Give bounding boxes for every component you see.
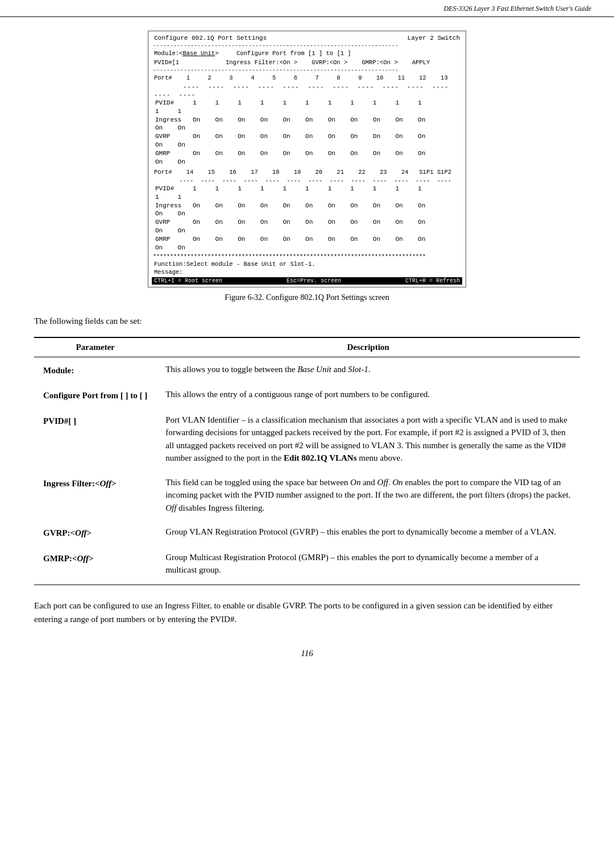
table-row: Module: This allows you to toggle betwee… [34, 357, 580, 382]
terminal-status-bar: CTRL+I = Root screen Esc=Prev. screen CT… [152, 277, 462, 285]
page-header: DES-3326 Layer 3 Fast Ethernet Switch Us… [0, 0, 614, 17]
figure-caption: Figure 6-32. Configure 802.1Q Port Setti… [34, 293, 580, 302]
table-row: Ingress Filter:<Off> This field can be t… [34, 470, 580, 520]
intro-text: The following fields can be set: [34, 315, 580, 328]
terminal-gmrp-row-2: GMRP On On On On On On On On On On On On… [154, 235, 460, 252]
terminal-status-left: CTRL+I = Root screen [154, 278, 222, 284]
terminal-pvid-row-2: PVID# 1 1 1 1 1 1 1 1 1 1 1 1 1 [154, 185, 460, 202]
terminal-title-row: Configure 802.1Q Port Settings Layer 2 S… [152, 34, 462, 43]
desc-module: This allows you to toggle between the Ba… [156, 357, 580, 382]
desc-configure-port: This allows the entry of a contiguous ra… [156, 382, 580, 408]
desc-ingress: This field can be toggled using the spac… [156, 470, 580, 520]
terminal-data-section-1: PVID# 1 1 1 1 1 1 1 1 1 1 1 1 1 Ingress … [152, 99, 462, 166]
main-content: Configure 802.1Q Port Settings Layer 2 S… [0, 17, 614, 681]
terminal-gmrp-row-1: GMRP On On On On On On On On On On On On… [154, 149, 460, 166]
terminal-port-header-2: Port# 14 15 16 17 18 19 20 21 22 23 24 S… [152, 166, 462, 177]
param-pvid: PVID#[ ] [34, 408, 156, 470]
table-header-desc: Description [156, 337, 580, 357]
page-number: 116 [34, 649, 580, 658]
terminal-message: Message: [152, 268, 462, 276]
terminal-title-left: Configure 802.1Q Port Settings [154, 35, 267, 41]
bottom-text: Each port can be configured to use an In… [34, 599, 580, 626]
desc-pvid: Port VLAN Identifier – is a classificati… [156, 408, 580, 470]
table-header-param: Parameter [34, 337, 156, 357]
table-row: PVID#[ ] Port VLAN Identifier – is a cla… [34, 408, 580, 470]
terminal-dashes-row-2: ---- ---- ---- ---- ---- ---- ---- ---- … [152, 177, 462, 185]
param-gvrp: GVRP:<Off> [34, 520, 156, 545]
param-module: Module: [34, 357, 156, 382]
terminal-box: Configure 802.1Q Port Settings Layer 2 S… [148, 31, 466, 287]
terminal-asterisks: ****************************************… [152, 254, 462, 260]
terminal-port-header-1: Port# 1 2 3 4 5 6 7 8 9 10 11 12 13 [152, 73, 462, 82]
terminal-data-section-2: PVID# 1 1 1 1 1 1 1 1 1 1 1 1 1 Ingress … [152, 185, 462, 252]
param-ingress: Ingress Filter:<Off> [34, 470, 156, 520]
terminal-ingress-row-1: Ingress On On On On On On On On On On On… [154, 116, 460, 133]
terminal-top-separator: ----------------------------------------… [152, 43, 462, 49]
terminal-status-right: CTRL+R = Refresh [405, 278, 460, 284]
terminal-title-right: Layer 2 Switch [408, 35, 460, 41]
terminal-dashes-row-1: ---- ---- ---- ---- ---- ---- ---- ---- … [152, 83, 462, 99]
param-gmrp: GMRP:<Off> [34, 545, 156, 585]
table-row: Configure Port from [ ] to [ ] This allo… [34, 382, 580, 408]
terminal-pvid-line: PVID#[1 Ingress Filter:<On > GVRP:<On > … [152, 58, 462, 67]
param-table: Parameter Description Module: This allow… [34, 337, 580, 585]
terminal-status-mid: Esc=Prev. screen [287, 278, 341, 284]
page-container: DES-3326 Layer 3 Fast Ethernet Switch Us… [0, 0, 614, 868]
terminal-gvrp-row-2: GVRP On On On On On On On On On On On On… [154, 218, 460, 235]
table-row: GVRP:<Off> Group VLAN Registration Proto… [34, 520, 580, 545]
param-configure-port: Configure Port from [ ] to [ ] [34, 382, 156, 408]
terminal-pvid-row-1: PVID# 1 1 1 1 1 1 1 1 1 1 1 1 1 [154, 99, 460, 116]
header-text: DES-3326 Layer 3 Fast Ethernet Switch Us… [443, 5, 591, 12]
table-row: GMRP:<Off> Group Multicast Registration … [34, 545, 580, 585]
desc-gmrp: Group Multicast Registration Protocol (G… [156, 545, 580, 585]
terminal-separator-2: ----------------------------------------… [152, 67, 462, 73]
terminal-function-text: Function:Select module - Base Unit or Sl… [152, 260, 462, 268]
desc-gvrp: Group VLAN Registration Protocol (GVRP) … [156, 520, 580, 545]
table-header-row: Parameter Description [34, 337, 580, 357]
terminal-config-line: Module:<Base Unit> Configure Port from [… [152, 49, 462, 58]
terminal-gvrp-row-1: GVRP On On On On On On On On On On On On… [154, 132, 460, 149]
terminal-ingress-row-2: Ingress On On On On On On On On On On On… [154, 202, 460, 219]
